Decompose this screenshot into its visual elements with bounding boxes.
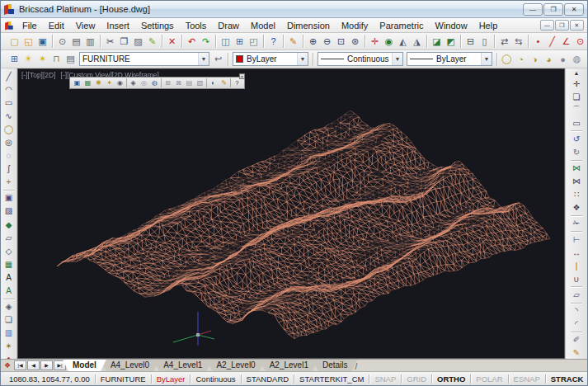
toggle-snap[interactable]: SNAP [369, 374, 401, 384]
look-from-icon[interactable]: ◭ [396, 35, 410, 49]
tab-prev-button[interactable]: ◀ [27, 360, 40, 370]
polyline-icon[interactable]: ∿ [2, 109, 16, 122]
spline-icon[interactable]: ʃ [2, 162, 16, 176]
render-icon[interactable]: ❖ [2, 353, 16, 359]
print-icon[interactable]: ▤ [69, 35, 83, 49]
hide-icon[interactable]: ◪ [430, 35, 444, 49]
status-color[interactable]: ByLayer [152, 374, 191, 384]
scroll-up-icon[interactable]: ▲ [574, 69, 580, 77]
layer-plot-icon[interactable]: ▤ [64, 52, 78, 66]
shade-icon[interactable]: ◩ [444, 35, 458, 49]
menu-dimension[interactable]: Dimension [281, 19, 336, 32]
camera-icon[interactable]: ◮ [410, 35, 424, 49]
circle-icon[interactable]: ◯ [2, 122, 16, 135]
undo-icon[interactable]: ↶ [185, 35, 199, 49]
help-icon[interactable]: ? [266, 35, 280, 49]
redo-icon[interactable]: ↷ [199, 35, 213, 49]
shade-flat-edges-icon[interactable]: ◍ [570, 52, 584, 66]
vp-named-views-icon[interactable]: ▣ [72, 78, 82, 88]
toggle-ortho[interactable]: ORTHO [432, 374, 470, 384]
chamfer-icon[interactable]: ◜ [570, 318, 584, 331]
layout-mode-icon[interactable]: ❖ [2, 360, 12, 370]
zoom-out-icon[interactable]: ⊖ [320, 35, 334, 49]
zoom-extents-icon[interactable]: ⊛ [348, 35, 362, 49]
esnap-settings-icon[interactable]: ◰ [247, 35, 261, 49]
shade-gouraud-edges-icon[interactable]: ◉ [584, 52, 588, 66]
zoom-in-icon[interactable]: ⊕ [306, 35, 320, 49]
menu-view[interactable]: View [70, 19, 101, 32]
tab-model[interactable]: Model [63, 360, 106, 371]
offset-icon[interactable]: ⌒ [570, 103, 584, 116]
viewport-caption-top[interactable]: [-][Top][2D] [21, 71, 56, 79]
mirror-icon[interactable]: ⋈ [570, 162, 584, 175]
ellipse-icon[interactable]: ◌ [2, 149, 16, 162]
link-icon[interactable]: ⇄ [497, 35, 511, 49]
plot-icon[interactable]: ▥ [83, 35, 97, 49]
copy-icon[interactable]: ❐ [117, 35, 131, 49]
join-icon[interactable]: ∪ [570, 272, 584, 285]
match-properties-icon[interactable]: ✎ [145, 35, 159, 49]
stretch-icon[interactable]: ↔ [570, 246, 584, 259]
tab-next-button[interactable]: ▶ [40, 360, 53, 370]
maximize-button[interactable]: ❐ [543, 3, 563, 16]
toggle-grid[interactable]: GRID [402, 374, 431, 384]
menu-file[interactable]: File [16, 19, 43, 32]
vp-render-preset-icon[interactable]: ▦ [82, 78, 93, 88]
shade-3dwireframe-icon[interactable]: ◔ [514, 52, 528, 66]
save-icon[interactable]: ▣ [35, 35, 49, 49]
erase-icon[interactable]: ✕ [165, 35, 179, 49]
menu-model[interactable]: Model [245, 19, 281, 32]
toggle-polar[interactable]: POLAR [471, 374, 507, 384]
cut-icon[interactable]: ✂ [103, 35, 117, 49]
vp-walk-icon[interactable]: ◍ [149, 78, 160, 88]
point-icon[interactable]: + [2, 176, 16, 189]
chevron-down-icon[interactable]: ▼ [392, 53, 402, 65]
snap-center-icon[interactable]: ⊙ [573, 35, 587, 49]
coordinates-display[interactable]: 1080.83, 1054.77, 0.00 [4, 374, 95, 384]
layer-explorer-icon[interactable]: ⊞ [7, 52, 21, 66]
status-dimstyle[interactable]: STARTERKIT_CM [294, 374, 369, 384]
sketch-icon[interactable]: ✎ [570, 346, 584, 359]
lineweight-combobox[interactable]: ByLayer ▼ [407, 52, 492, 66]
linetype-combobox[interactable]: Continuous ▼ [318, 52, 403, 66]
hatch-icon[interactable]: ▨ [2, 205, 16, 218]
menu-help[interactable]: Help [473, 19, 504, 32]
vp-orbit-icon[interactable]: ◈ [128, 78, 139, 88]
tab-first-button[interactable]: |◀ [14, 360, 26, 370]
attach-image-icon[interactable]: ▥ [2, 327, 16, 340]
copy-entities-icon[interactable]: ❏ [2, 313, 16, 327]
menu-insert[interactable]: Insert [101, 19, 135, 32]
layer-previous-icon[interactable]: ↩ [211, 52, 225, 66]
copy-entity-icon[interactable]: ❏ [570, 90, 584, 103]
break-icon[interactable]: ∣ [570, 259, 584, 272]
text-icon[interactable]: A [2, 271, 16, 284]
tab-a4_level0[interactable]: A4_Level0 [101, 360, 159, 371]
layer-combobox[interactable]: FURNITURE ▼ [79, 52, 209, 66]
close-icon[interactable]: × [239, 73, 245, 79]
hyperlink-icon[interactable]: ⇆ [511, 35, 525, 49]
minimize-button[interactable]: — [523, 3, 543, 16]
layer-lock-icon[interactable]: ⊓ [49, 52, 64, 66]
vp-sketch-icon[interactable]: ✎ [219, 78, 229, 88]
snap-point-icon[interactable]: • [531, 35, 545, 49]
solid-icon[interactable]: ◆ [2, 218, 16, 231]
status-layer[interactable]: FURNITURE [96, 374, 151, 384]
chevron-down-icon[interactable]: ▼ [198, 53, 209, 65]
menu-settings[interactable]: Settings [135, 19, 180, 32]
tab-a2_level0[interactable]: A2_Level0 [206, 360, 265, 371]
rotate-icon[interactable]: ↺ [570, 132, 584, 145]
vp-edge-icon[interactable]: ▧ [195, 78, 205, 88]
move-icon[interactable]: ✛ [570, 77, 584, 90]
line-icon[interactable]: ╱ [2, 69, 16, 82]
zoom-window-icon[interactable]: ⊡ [334, 35, 348, 49]
shade-flat-icon[interactable]: ◕ [542, 52, 556, 66]
color-combobox[interactable]: ByLayer ▼ [233, 52, 308, 66]
close-button[interactable]: ✕ [564, 3, 584, 16]
lengthen-icon[interactable]: ▱ [570, 288, 584, 301]
trim-icon[interactable]: ✁ [570, 217, 584, 230]
fillet-icon[interactable]: ◝ [570, 304, 584, 318]
toggle-strack[interactable]: STRACK [546, 374, 588, 384]
chevron-down-icon[interactable]: ▼ [297, 53, 308, 65]
paste-icon[interactable]: ▨ [131, 35, 145, 49]
snap-angle-icon[interactable]: ∠ [559, 35, 573, 49]
